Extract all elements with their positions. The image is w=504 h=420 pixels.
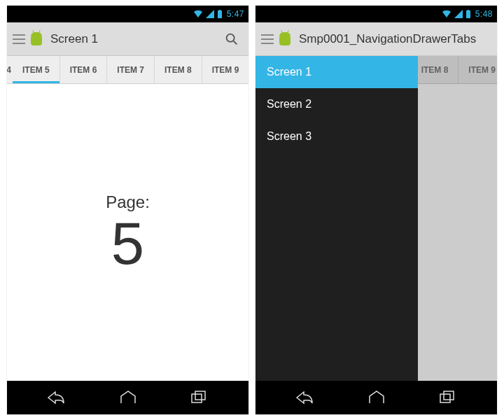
phone-left: 5:47 Screen 1 4 ITEM 5 ITEM 6 ITEM 7 ITE… bbox=[7, 6, 248, 414]
home-icon bbox=[119, 391, 137, 405]
home-button[interactable] bbox=[107, 391, 149, 405]
home-icon bbox=[368, 391, 386, 405]
drawer-toggle-icon[interactable] bbox=[13, 33, 25, 46]
app-icon[interactable] bbox=[28, 31, 45, 48]
drawer-item-screen2[interactable]: Screen 2 bbox=[255, 88, 418, 120]
status-bar: 5:48 bbox=[255, 6, 497, 22]
tab-item-6[interactable]: ITEM 6 bbox=[60, 56, 108, 83]
action-bar: Screen 1 bbox=[7, 22, 248, 56]
tab-partial-left[interactable]: 4 bbox=[7, 56, 13, 83]
status-clock: 5:47 bbox=[227, 9, 244, 19]
recents-icon bbox=[439, 391, 456, 405]
tab-item-5[interactable]: ITEM 5 bbox=[13, 56, 60, 83]
signal-icon bbox=[206, 10, 214, 18]
svg-rect-4 bbox=[192, 394, 202, 402]
recents-button[interactable] bbox=[178, 391, 220, 405]
system-nav-bar bbox=[255, 381, 497, 414]
back-icon bbox=[47, 391, 66, 405]
drawer-item-screen1[interactable]: Screen 1 bbox=[255, 56, 418, 88]
drawer-item-screen3[interactable]: Screen 3 bbox=[255, 120, 418, 153]
content-area: Page: 5 bbox=[7, 84, 248, 381]
action-bar: Smp0001_NavigationDrawerTabs bbox=[255, 22, 497, 56]
system-nav-bar bbox=[7, 381, 248, 414]
drawer-toggle-icon[interactable] bbox=[261, 33, 274, 46]
svg-point-2 bbox=[227, 34, 234, 41]
signal-icon bbox=[454, 10, 463, 18]
tab-item-8[interactable]: ITEM 8 bbox=[155, 56, 202, 83]
recents-button[interactable] bbox=[426, 391, 468, 405]
recents-icon bbox=[190, 391, 207, 405]
home-button[interactable] bbox=[356, 391, 398, 405]
page-number: 5 bbox=[111, 214, 144, 273]
wifi-icon bbox=[193, 10, 203, 18]
wifi-icon bbox=[442, 10, 451, 18]
search-button[interactable] bbox=[220, 28, 243, 50]
tab-partial-right[interactable]: ITEM 9 bbox=[202, 56, 241, 83]
svg-rect-6 bbox=[466, 10, 470, 18]
phone-right: 5:48 Smp0001_NavigationDrawerTabs ITEM 8… bbox=[255, 6, 497, 414]
action-bar-title: Smp0001_NavigationDrawerTabs bbox=[299, 32, 491, 46]
app-icon[interactable] bbox=[276, 31, 293, 48]
status-bar: 5:47 bbox=[7, 6, 248, 22]
tab-item-7[interactable]: ITEM 7 bbox=[107, 56, 155, 83]
svg-rect-0 bbox=[218, 10, 222, 18]
svg-rect-5 bbox=[195, 391, 205, 400]
svg-rect-1 bbox=[219, 10, 220, 10]
page-label: Page: bbox=[106, 192, 150, 212]
svg-rect-8 bbox=[440, 394, 450, 402]
tab-strip[interactable]: 4 ITEM 5 ITEM 6 ITEM 7 ITEM 8 ITEM 9 bbox=[7, 56, 248, 84]
navigation-drawer: Screen 1 Screen 2 Screen 3 bbox=[255, 56, 418, 381]
svg-rect-7 bbox=[468, 10, 469, 10]
action-bar-title: Screen 1 bbox=[50, 32, 220, 46]
svg-rect-9 bbox=[444, 391, 454, 400]
back-button[interactable] bbox=[36, 391, 78, 405]
status-clock: 5:48 bbox=[475, 9, 493, 19]
search-icon bbox=[224, 31, 239, 47]
battery-icon bbox=[465, 10, 471, 18]
svg-line-3 bbox=[234, 41, 237, 44]
battery-icon bbox=[217, 10, 223, 18]
back-icon bbox=[295, 391, 315, 405]
back-button[interactable] bbox=[284, 391, 326, 405]
